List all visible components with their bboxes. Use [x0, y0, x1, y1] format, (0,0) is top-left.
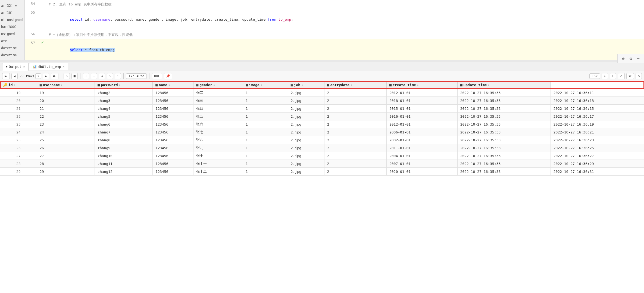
- table-cell[interactable]: zhang4: [95, 105, 153, 113]
- table-cell[interactable]: 2: [324, 113, 386, 120]
- table-cell[interactable]: 27: [37, 152, 95, 160]
- table-cell[interactable]: 2022-10-27 16:35:33: [457, 97, 551, 105]
- sort-icon-image[interactable]: ⇕: [261, 83, 262, 86]
- table-cell[interactable]: zhang6: [95, 120, 153, 128]
- table-cell[interactable]: 123456: [153, 89, 193, 97]
- ddl-btn[interactable]: DDL: [152, 73, 162, 79]
- table-cell[interactable]: 2015-01-01: [386, 105, 457, 113]
- table-cell[interactable]: 2006-01-01: [386, 128, 457, 136]
- tab-output[interactable]: ▶ Output ×: [2, 63, 29, 71]
- table-cell[interactable]: 20: [37, 97, 95, 105]
- table-row[interactable]: 2626zhang9123456张九12.jpg22011-01-012022-…: [0, 144, 644, 152]
- table-cell[interactable]: 2.jpg: [288, 160, 324, 168]
- remove-row-btn[interactable]: −: [91, 73, 97, 79]
- table-cell[interactable]: 2.jpg: [288, 136, 324, 144]
- sort-icon-name[interactable]: ⇕: [168, 83, 170, 86]
- sort-icon-entrydate[interactable]: ⇕: [351, 83, 352, 86]
- table-cell[interactable]: 1: [243, 120, 288, 128]
- table-cell[interactable]: 2018-01-01: [386, 97, 457, 105]
- table-cell[interactable]: 张五: [193, 113, 243, 120]
- table-cell[interactable]: 2022-10-27 16:35:33: [457, 89, 551, 97]
- table-cell[interactable]: 2022-10-27 16:36:25: [551, 144, 644, 152]
- table-cell[interactable]: 2: [324, 136, 386, 144]
- csv-dropdown[interactable]: CSV: [589, 73, 600, 79]
- sort-icon-id[interactable]: ⇕: [14, 83, 15, 86]
- table-cell[interactable]: 2.jpg: [288, 128, 324, 136]
- col-header-password[interactable]: ▦ password ⇕: [95, 81, 153, 89]
- add-row-btn[interactable]: +: [83, 73, 89, 79]
- table-cell[interactable]: 123456: [153, 144, 193, 152]
- col-header-entrydate[interactable]: ▦ entrydate ⇕: [324, 81, 386, 89]
- table-cell[interactable]: 123456: [153, 128, 193, 136]
- table-cell[interactable]: 123456: [153, 113, 193, 120]
- table-cell[interactable]: zhang2: [95, 89, 153, 97]
- table-cell[interactable]: 2.jpg: [288, 168, 324, 176]
- table-cell[interactable]: zhang3: [95, 97, 153, 105]
- table-cell[interactable]: 1: [243, 89, 288, 97]
- table-row[interactable]: 2323zhang6123456张六12.jpg22012-01-012022-…: [0, 120, 644, 128]
- table-cell[interactable]: 2: [324, 97, 386, 105]
- sort-icon-update-time[interactable]: ⇕: [488, 83, 490, 86]
- table-cell[interactable]: 28: [0, 160, 37, 168]
- table-cell[interactable]: 2.jpg: [288, 97, 324, 105]
- table-row[interactable]: 2727zhang10123456张十12.jpg22004-01-012022…: [0, 152, 644, 160]
- table-cell[interactable]: 2.jpg: [288, 120, 324, 128]
- table-cell[interactable]: 1: [243, 113, 288, 120]
- table-cell[interactable]: 2022-10-27 16:35:33: [457, 120, 551, 128]
- table-cell[interactable]: 1: [243, 144, 288, 152]
- output-tab-close[interactable]: ×: [23, 65, 25, 68]
- table-cell[interactable]: 张十: [193, 152, 243, 160]
- minus-icon[interactable]: −: [636, 55, 641, 62]
- tx-dropdown[interactable]: Tx: Auto: [126, 73, 147, 79]
- table-cell[interactable]: 27: [0, 152, 37, 160]
- settings-results-btn[interactable]: ⚙: [636, 73, 642, 79]
- col-header-create-time[interactable]: ▦ create_time ⇕: [386, 81, 457, 89]
- table-cell[interactable]: 2011-01-01: [386, 144, 457, 152]
- col-header-id[interactable]: 🔑 id ⇕: [0, 81, 37, 89]
- table-cell[interactable]: 28: [37, 160, 95, 168]
- table-row[interactable]: 2424zhang7123456张七12.jpg22006-01-012022-…: [0, 128, 644, 136]
- table-cell[interactable]: 张八: [193, 136, 243, 144]
- table-cell[interactable]: 2.jpg: [288, 144, 324, 152]
- table-cell[interactable]: 1: [243, 128, 288, 136]
- sort-icon-job[interactable]: ⇕: [301, 83, 303, 86]
- table-cell[interactable]: zhang10: [95, 152, 153, 160]
- table-cell[interactable]: 20: [0, 97, 37, 105]
- table-cell[interactable]: 张六: [193, 120, 243, 128]
- table-cell[interactable]: 26: [37, 144, 95, 152]
- table-cell[interactable]: 2022-10-27 16:36:27: [551, 152, 644, 160]
- sort-icon-username[interactable]: ⇕: [61, 83, 62, 86]
- table-cell[interactable]: 24: [37, 128, 95, 136]
- table-row[interactable]: 2525zhang8123456张八12.jpg22002-01-012022-…: [0, 136, 644, 144]
- table-row[interactable]: 2929zhang12123456张十二12.jpg22020-01-01202…: [0, 168, 644, 176]
- table-cell[interactable]: 123456: [153, 160, 193, 168]
- table-cell[interactable]: 2007-01-01: [386, 160, 457, 168]
- table-cell[interactable]: 123456: [153, 168, 193, 176]
- table-cell[interactable]: 29: [37, 168, 95, 176]
- table-row[interactable]: 2020zhang3123456张三12.jpg22018-01-012022-…: [0, 97, 644, 105]
- table-cell[interactable]: 25: [0, 136, 37, 144]
- table-cell[interactable]: 2: [324, 89, 386, 97]
- table-cell[interactable]: 123456: [153, 105, 193, 113]
- table-cell[interactable]: 2: [324, 160, 386, 168]
- table-cell[interactable]: 2002-01-01: [386, 136, 457, 144]
- table-cell[interactable]: 2.jpg: [288, 152, 324, 160]
- table-cell[interactable]: 2: [324, 152, 386, 160]
- table-cell[interactable]: 29: [0, 168, 37, 176]
- table-cell[interactable]: 26: [0, 144, 37, 152]
- undo-btn[interactable]: ↺: [99, 73, 105, 79]
- table-cell[interactable]: 2: [324, 128, 386, 136]
- table-cell[interactable]: 1: [243, 97, 288, 105]
- add-panel-icon[interactable]: ⊕: [621, 55, 626, 62]
- col-header-username[interactable]: ▦ username ⇕: [37, 81, 95, 89]
- table-cell[interactable]: 2020-01-01: [386, 168, 457, 176]
- pin-btn[interactable]: 📌: [164, 73, 172, 79]
- stop-btn[interactable]: ■: [71, 73, 78, 79]
- table-cell[interactable]: 2022-10-27 16:35:33: [457, 168, 551, 176]
- table-cell[interactable]: 1: [243, 168, 288, 176]
- col-header-gender[interactable]: ▦ gender ⇕: [193, 81, 243, 89]
- sort-icon-password[interactable]: ⇕: [119, 83, 121, 86]
- sort-icon-gender[interactable]: ⇕: [213, 83, 215, 86]
- table-cell[interactable]: zhang5: [95, 113, 153, 120]
- table-cell[interactable]: 2022-10-27 16:35:33: [457, 136, 551, 144]
